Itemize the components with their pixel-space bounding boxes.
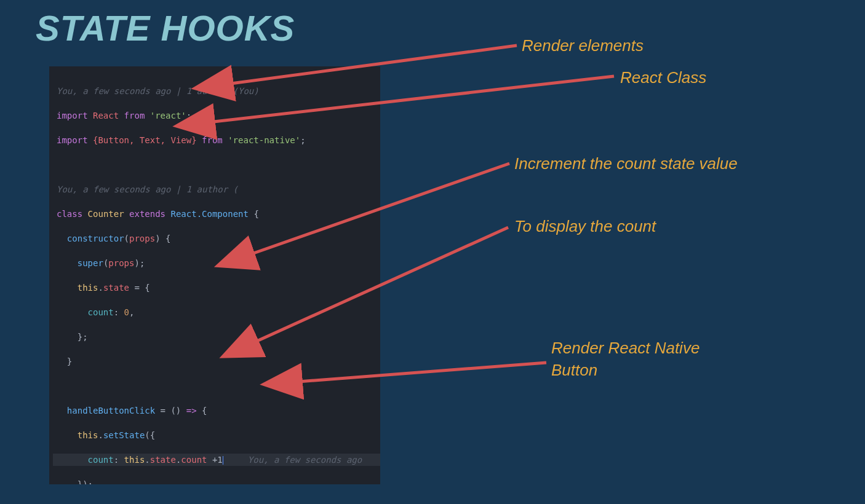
code-line: import React from 'react'; (53, 109, 380, 122)
slide-title: STATE HOOKS (36, 7, 295, 49)
code-line: class Counter extends React.Component { (53, 208, 380, 220)
git-blame-annotation: You, a few seconds ago | 1 author (You) (53, 85, 380, 97)
inline-blame: You, a few seconds ago (248, 455, 362, 465)
annotation-react-class: React Class (620, 66, 706, 89)
annotation-display-count: To display the count (514, 215, 656, 237)
annotation-rn-button: Render React NativeButton (551, 337, 700, 381)
annotation-increment: Increment the count state value (514, 152, 738, 175)
code-editor: You, a few seconds ago | 1 author (You) … (49, 66, 380, 484)
text-cursor (223, 456, 223, 465)
code-line: import {Button, Text, View} from 'react-… (53, 134, 380, 146)
active-code-line: count: this.state.count +1You, a few sec… (53, 454, 380, 466)
annotation-render-elements: Render elements (522, 34, 644, 57)
git-blame-annotation: You, a few seconds ago | 1 author ( (53, 183, 380, 195)
